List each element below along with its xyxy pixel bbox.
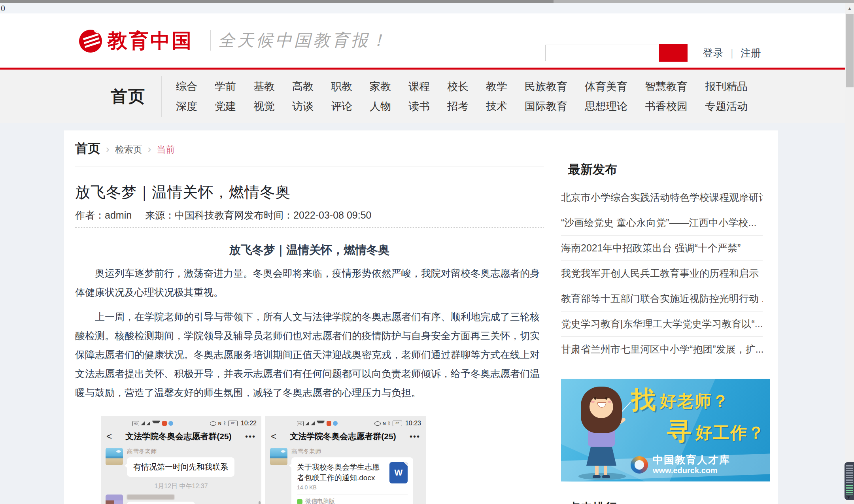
- latest-heading: 最新发布: [561, 130, 763, 178]
- chat-header: < 文法学院冬奥会志愿者群(25) •••: [265, 429, 426, 444]
- nav-link[interactable]: 报刊精品: [705, 79, 748, 94]
- chat-header: < 文法学院冬奥会志愿者群(25) •••: [101, 429, 261, 444]
- nav-col-13: 报刊精品专题活动: [705, 79, 748, 113]
- weather-icon: [168, 421, 173, 426]
- more-icon: •••: [410, 432, 420, 441]
- register-link[interactable]: 注册: [741, 46, 761, 60]
- eye-protect-icon: [210, 421, 216, 426]
- breadcrumb: 首页 › 检索页 › 当前: [75, 138, 546, 157]
- ranking-heading: 点击排行: [561, 481, 763, 504]
- ad-find-text: 好老师？: [660, 393, 729, 410]
- login-link[interactable]: 登录: [703, 46, 723, 60]
- nav-link[interactable]: 读书: [408, 99, 430, 113]
- site-logo[interactable]: 教育中国: [79, 28, 193, 54]
- nav-home-link[interactable]: 首页: [111, 85, 145, 108]
- site-tagline: 全天候中国教育报！: [218, 29, 389, 51]
- nav-link[interactable]: 高教: [292, 79, 314, 94]
- nav-col-10: 民族教育国际教育: [525, 79, 567, 113]
- sidebar: 最新发布 北京市小学综合实践活动特色学校课程观摩研讨... “沙画绘党史 童心永…: [546, 130, 763, 504]
- status-time: 10:22: [241, 420, 257, 427]
- nav-link[interactable]: 技术: [486, 99, 507, 113]
- nav-link[interactable]: 职教: [331, 79, 352, 94]
- list-item[interactable]: 党史学习教育|东华理工大学党史学习教育以“...: [561, 311, 763, 337]
- article-subtitle: 放飞冬梦｜温情关怀，燃情冬奥: [75, 242, 544, 258]
- nav-link[interactable]: 访谈: [292, 99, 314, 113]
- app-badge-icon: [327, 421, 331, 426]
- ad-seek-text: 好工作？: [695, 425, 765, 441]
- chat-timestamp: 1月12日 中午12:37: [101, 482, 261, 491]
- chat-message: 好的老师，收到: [106, 495, 257, 504]
- vertical-scroll-thumb[interactable]: [846, 14, 854, 87]
- message-bubble: 好的老师，收到: [127, 502, 195, 504]
- status-bar: HD N ᛒ 82 10:22: [101, 416, 261, 429]
- nav-link[interactable]: 家教: [370, 79, 391, 94]
- widget-stripes-green: [846, 485, 853, 495]
- wifi-icon: [152, 421, 161, 426]
- site-header: 教育中国 全天候中国教育报！ 登录 ｜ 注册: [0, 13, 854, 68]
- scroll-up-arrow-icon[interactable]: ▲: [845, 3, 854, 13]
- horizontal-scroll-thumb[interactable]: [0, 0, 554, 3]
- list-item[interactable]: “沙画绘党史 童心永向党”——江西中小学校...: [561, 210, 763, 236]
- auth-divider: ｜: [727, 47, 737, 59]
- content-card: 首页 › 检索页 › 当前 放飞冬梦｜温情关怀，燃情冬奥 作者：admin来源：…: [64, 130, 778, 504]
- nav-link[interactable]: 党建: [215, 99, 236, 113]
- nav-link[interactable]: 评论: [331, 99, 352, 113]
- nav-link[interactable]: 综合: [176, 79, 197, 94]
- breadcrumb-current: 当前: [157, 143, 175, 156]
- file-source: 微信电脑版: [305, 498, 335, 504]
- article-title: 放飞冬梦｜温情关怀，燃情冬奥: [75, 182, 546, 202]
- chat-scrollbar: [259, 501, 261, 504]
- nav-link[interactable]: 书香校园: [645, 99, 688, 113]
- nav-link[interactable]: 学前: [215, 79, 236, 94]
- hd-icon: HD: [132, 421, 139, 426]
- nav-link[interactable]: 校长: [447, 79, 469, 94]
- header-right: 登录 ｜ 注册: [545, 44, 761, 62]
- nav-col-1: 综合深度: [176, 79, 197, 113]
- list-item[interactable]: 教育部等十五部门联合实施近视防控光明行动 ...: [561, 286, 763, 311]
- breadcrumb-home[interactable]: 首页: [75, 140, 100, 157]
- nav-link[interactable]: 深度: [176, 99, 197, 113]
- article-image-wechat-2: HD N ᛒ 82 10:23: [265, 416, 426, 504]
- nav-link[interactable]: 思想理论: [585, 99, 627, 113]
- main-nav: 首页 综合深度 学前党建 基教视觉 高教访谈 职教评论 家教人物 课程读书 校长…: [0, 70, 854, 123]
- time-label: 发布时间：: [244, 210, 293, 221]
- list-item[interactable]: 我党我军开创人民兵工教育事业的历程和启示: [561, 261, 763, 286]
- chat-group-title: 文法学院冬奥会志愿者群(25): [276, 431, 410, 442]
- back-icon: <: [106, 431, 112, 442]
- list-item[interactable]: 甘肃省兰州市七里河区中小学“抱团”发展，扩...: [561, 337, 763, 362]
- breadcrumb-search-page[interactable]: 检索页: [115, 143, 142, 156]
- list-item[interactable]: 海南2021年中招政策出台 强调“十个严禁”: [561, 236, 763, 261]
- nav-link[interactable]: 教学: [486, 79, 507, 94]
- nav-link[interactable]: 招考: [447, 99, 469, 113]
- tagline-divider: [210, 30, 211, 51]
- nav-link[interactable]: 基教: [253, 79, 275, 94]
- nav-link[interactable]: 国际教育: [525, 99, 567, 113]
- nav-link[interactable]: 人物: [370, 99, 391, 113]
- nav-link[interactable]: 民族教育: [525, 79, 567, 94]
- nav-link[interactable]: 智慧教育: [645, 79, 688, 94]
- nav-link[interactable]: 专题活动: [705, 99, 748, 113]
- avatar: [270, 448, 287, 465]
- search-input[interactable]: [545, 45, 659, 61]
- chat-message: 高雪冬老师 关于我校冬奥会学生志愿者包联工作的通知.docx 14.0 KB W: [270, 448, 421, 504]
- author-label: 作者：: [75, 210, 105, 221]
- nav-link[interactable]: 视觉: [253, 99, 275, 113]
- list-item[interactable]: 北京市小学综合实践活动特色学校课程观摩研讨...: [561, 185, 763, 210]
- battery-icon: 82: [228, 421, 238, 426]
- top-horizontal-scrollbar[interactable]: [0, 0, 854, 3]
- bluetooth-icon: ᛒ: [388, 421, 391, 426]
- ad-banner-teacher-jobs[interactable]: 找 好老师？ 寻 好工作？ 中国教育人才库 www.edurck.com: [561, 379, 770, 481]
- battery-icon: 82: [393, 421, 402, 426]
- status-bar: HD N ᛒ 82 10:23: [265, 416, 426, 429]
- vertical-scrollbar[interactable]: ▲: [845, 3, 854, 504]
- nav-col-12: 智慧教育书香校园: [645, 79, 688, 113]
- search-button[interactable]: [659, 44, 688, 62]
- nav-link[interactable]: 体育美育: [585, 79, 627, 94]
- weather-icon: [333, 421, 338, 426]
- nav-col-4: 高教访谈: [292, 79, 314, 113]
- eye-protect-icon: [374, 421, 381, 426]
- floating-extension-widget[interactable]: ▼: [845, 462, 854, 500]
- nav-link[interactable]: 课程: [408, 79, 430, 94]
- signal-icon: [311, 421, 315, 425]
- avatar: [106, 495, 123, 504]
